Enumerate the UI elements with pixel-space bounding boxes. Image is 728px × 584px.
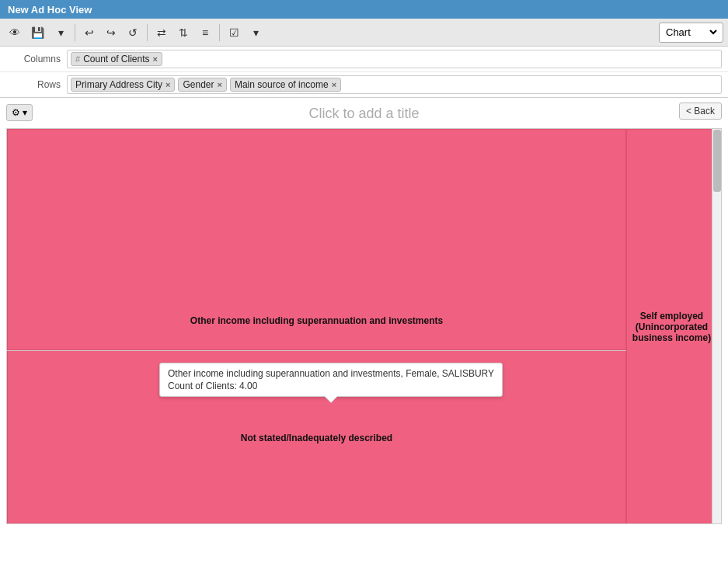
treemap-divider (7, 350, 626, 351)
app-title: New Ad Hoc View (8, 4, 92, 16)
treemap: Other income including superannuation an… (7, 129, 721, 523)
sort-button[interactable]: ⇅ (173, 23, 193, 43)
tag-count-clients-close[interactable]: × (153, 54, 158, 64)
treemap-cell-right[interactable]: Self employed (Unincorporated business i… (626, 129, 717, 524)
main-wrapper: ⚙ ▾ Click to add a title < Back Other in… (0, 98, 728, 584)
tag-gender: Gender × (178, 78, 226, 92)
tag-primary-address: Primary Address City × (71, 78, 175, 92)
tag-gender-close[interactable]: × (218, 80, 222, 89)
tag-count-clients: # Count of Clients × (71, 52, 162, 66)
gear-icon: ⚙ (12, 107, 20, 118)
check-dropdown-button[interactable]: ▾ (246, 23, 266, 43)
tag-hash: # (75, 54, 80, 64)
title-bar: New Ad Hoc View (0, 0, 728, 19)
treemap-label-bottom-left: Not stated/Inadequately described (238, 429, 395, 447)
tag-main-source-income-close[interactable]: × (332, 80, 336, 89)
refresh-button[interactable]: ↺ (123, 23, 143, 43)
treemap-cell-top-left[interactable]: Other income including superannuation an… (7, 129, 626, 350)
separator-3 (219, 24, 220, 41)
content-area: ⚙ ▾ Click to add a title < Back Other in… (0, 98, 728, 584)
tag-main-source-income: Main source of income × (230, 78, 341, 92)
save-button[interactable]: 💾 (26, 23, 49, 43)
rows-row: Rows Primary Address City × Gender × Mai… (0, 72, 728, 97)
check-button[interactable]: ☑ (224, 23, 244, 43)
switch-button[interactable]: ⇄ (152, 23, 172, 43)
back-button[interactable]: < Back (679, 103, 722, 120)
save-dropdown-button[interactable]: ▾ (51, 23, 71, 43)
scrollbar-thumb[interactable] (713, 130, 721, 192)
columns-row: Columns # Count of Clients × (0, 47, 728, 72)
separator-1 (75, 24, 75, 41)
treemap-cell-bottom-left[interactable]: Not stated/Inadequately described (7, 350, 626, 524)
chart-type-select[interactable]: ChartTableCrosstab (663, 26, 719, 39)
chart-container: Other income including superannuation an… (6, 128, 722, 524)
settings-button[interactable]: ⚙ ▾ (6, 104, 33, 121)
rows-label: Rows (6, 79, 61, 90)
undo-button[interactable]: ↩ (79, 23, 99, 43)
treemap-label-top-left: Other income including superannuation an… (190, 315, 443, 326)
details-button[interactable]: ≡ (195, 23, 215, 43)
tag-primary-address-close[interactable]: × (165, 80, 170, 89)
redo-button[interactable]: ↪ (101, 23, 121, 43)
view-button[interactable]: 👁 (5, 23, 25, 43)
tag-primary-address-label: Primary Address City (75, 79, 162, 90)
tag-gender-label: Gender (183, 79, 214, 90)
settings-dropdown-icon: ▾ (23, 107, 27, 118)
separator-2 (147, 24, 148, 41)
columns-tags: # Count of Clients × (67, 50, 722, 68)
tag-count-clients-label: Count of Clients (83, 54, 149, 64)
chart-title[interactable]: Click to add a title (0, 98, 728, 128)
scrollbar[interactable] (712, 129, 721, 523)
treemap-label-right: Self employed (Unincorporated business i… (627, 308, 716, 346)
columns-label: Columns (6, 54, 61, 64)
rows-tags: Primary Address City × Gender × Main sou… (67, 75, 722, 94)
fields-area: Columns # Count of Clients × Rows Primar… (0, 47, 728, 98)
chart-type-selector[interactable]: ChartTableCrosstab (659, 23, 723, 43)
tag-main-source-income-label: Main source of income (235, 79, 329, 90)
toolbar: 👁 💾 ▾ ↩ ↪ ↺ ⇄ ⇅ ≡ ☑ ▾ ChartTableCrosstab (0, 19, 728, 47)
